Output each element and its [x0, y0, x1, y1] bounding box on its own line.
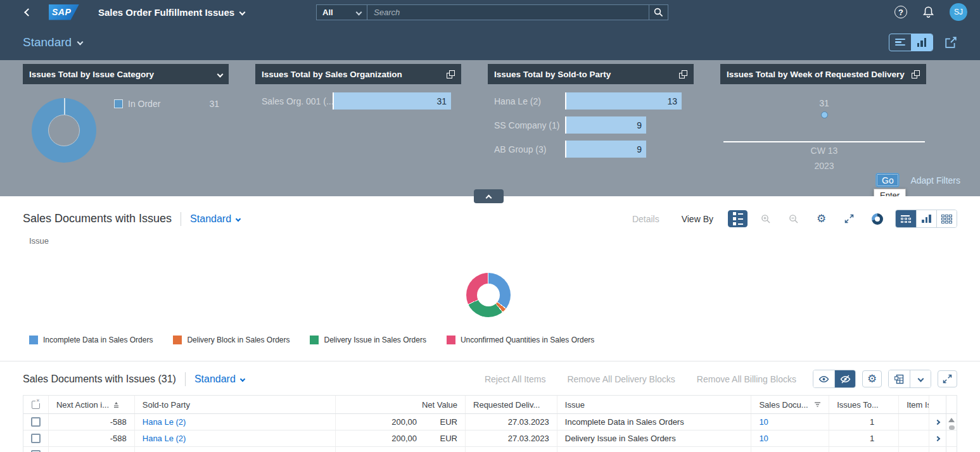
- table-variant-selector[interactable]: Standard: [194, 374, 245, 385]
- help-icon[interactable]: ?: [894, 6, 907, 18]
- show-details-button[interactable]: [813, 370, 834, 387]
- bar[interactable]: 9: [566, 116, 646, 134]
- chart-only-view-button[interactable]: [916, 210, 936, 227]
- sold-to-party-link[interactable]: Hana Le (2): [143, 434, 186, 443]
- filter-card-week-of-requested-delivery: Issues Total by Week of Requested Delive…: [720, 64, 926, 191]
- search-button[interactable]: [649, 5, 668, 20]
- zoom-in-button: [756, 210, 775, 227]
- search-input[interactable]: [367, 5, 649, 20]
- table-scrollbar[interactable]: [946, 430, 957, 446]
- header-cell-next-action[interactable]: Next Action i...: [49, 396, 135, 413]
- zoom-in-icon: [761, 214, 771, 224]
- header-cell-requested-delivery[interactable]: Requested Deliv...: [466, 396, 557, 413]
- legend-label: Delivery Block in Sales Orders: [187, 336, 290, 344]
- header-cell-item-issues[interactable]: Item Is: [899, 396, 929, 413]
- legend-label: Delivery Issue in Sales Orders: [324, 336, 426, 344]
- header-cell-selection: [23, 396, 49, 413]
- cell-next-action: -588: [49, 447, 135, 452]
- go-button[interactable]: Go: [875, 173, 900, 187]
- header-cell-sold-to-party[interactable]: Sold-to Party: [135, 396, 336, 413]
- chevron-down-icon: [356, 9, 362, 16]
- donut-chart[interactable]: [32, 98, 96, 163]
- share-icon[interactable]: [945, 36, 957, 49]
- chart-variant-selector[interactable]: Standard: [190, 213, 240, 225]
- filter-card-header[interactable]: Issues Total by Issue Category: [23, 64, 229, 84]
- view-by-button[interactable]: View By: [682, 214, 713, 224]
- search-scope-select[interactable]: All: [317, 5, 367, 20]
- chart-and-table-view-button[interactable]: [896, 210, 916, 227]
- table-section: Sales Documents with Issues (31) Standar…: [0, 361, 980, 452]
- header-cell-issue[interactable]: Issue: [557, 396, 752, 413]
- bar[interactable]: 9: [566, 141, 646, 158]
- toggle-legend-button[interactable]: [728, 210, 748, 227]
- header-cell-issues-total[interactable]: Issues To...: [829, 396, 899, 413]
- export-menu-button[interactable]: [910, 370, 931, 387]
- table-row[interactable]: -588 Hana Le (2) 200,00EUR 27.03.2023 De…: [23, 430, 957, 447]
- filter-card-title: Issues Total by Issue Category: [29, 70, 154, 79]
- column-label: Issue: [565, 400, 585, 410]
- chart-table-icon: [901, 215, 911, 223]
- table-row[interactable]: -588 Hana Le (2) 200,00EUR 27.03.2023 In…: [23, 414, 957, 430]
- expand-icon: [943, 374, 952, 384]
- table-settings-button[interactable]: ⚙: [862, 370, 882, 387]
- table-row[interactable]: -588 Hana Le (2) 200,00EUR 27.03.2023 Un…: [23, 447, 957, 452]
- sales-document-link[interactable]: 10: [759, 434, 768, 443]
- export-segmented: [888, 370, 931, 388]
- cell-net-value: 200,00EUR: [336, 447, 466, 452]
- row-select-cell: [23, 447, 49, 452]
- bar[interactable]: 31: [334, 92, 451, 110]
- adapt-filters-link[interactable]: Adapt Filters: [910, 175, 960, 185]
- collapse-header-button[interactable]: [474, 189, 504, 203]
- gear-icon: ⚙: [817, 213, 826, 224]
- filter-fields-view-button[interactable]: [889, 34, 911, 51]
- sales-document-link[interactable]: 10: [759, 417, 768, 427]
- page-variant-selector[interactable]: Standard: [23, 35, 82, 49]
- data-point[interactable]: [821, 111, 828, 118]
- open-in-dialog-icon[interactable]: [679, 70, 687, 78]
- row-checkbox[interactable]: [31, 434, 41, 443]
- clear-selection-icon[interactable]: [32, 401, 40, 409]
- open-in-dialog-icon[interactable]: [912, 70, 920, 78]
- chart-view-button[interactable]: [911, 34, 932, 51]
- chevron-right-icon: [935, 436, 940, 441]
- legend-value: 31: [209, 99, 219, 109]
- chart-variant-label: Standard: [190, 213, 231, 225]
- scrollbar-thumb[interactable]: [949, 425, 955, 430]
- bar-track: 9: [565, 116, 694, 134]
- app-title-menu[interactable]: Sales Order Fulfillment Issues: [98, 7, 245, 18]
- row-navigation-cell[interactable]: [929, 414, 946, 430]
- bar-value: 13: [667, 96, 677, 106]
- show-hide-details-segmented: [813, 370, 856, 388]
- user-avatar[interactable]: SJ: [950, 3, 967, 21]
- header-cell-sales-document[interactable]: Sales Docu...: [751, 396, 829, 413]
- table-variant-label: Standard: [194, 374, 236, 385]
- scroll-up-arrow-icon[interactable]: [948, 418, 955, 422]
- cell-sales-document: 10: [751, 447, 829, 452]
- issues-donut-chart[interactable]: [466, 273, 511, 317]
- chart-settings-button[interactable]: ⚙: [811, 210, 831, 227]
- chevron-down-icon: [239, 9, 246, 15]
- chart-fullscreen-button[interactable]: [839, 210, 859, 227]
- row-select-cell: [23, 430, 49, 446]
- row-navigation-cell[interactable]: [929, 430, 946, 446]
- sales-documents-table: Next Action i... Sold-to Party Net Value…: [23, 395, 957, 452]
- table-scrollbar[interactable]: [946, 414, 957, 430]
- table-only-view-button[interactable]: [936, 210, 957, 227]
- cell-requested-delivery: 27.03.2023: [466, 414, 557, 430]
- cell-sales-document: 10: [751, 414, 829, 430]
- row-navigation-cell[interactable]: [929, 447, 946, 452]
- table-scrollbar[interactable]: [946, 447, 957, 452]
- filter-card-sold-to-party: Issues Total by Sold-to Party Hana Le (2…: [488, 64, 694, 191]
- export-button[interactable]: [889, 370, 910, 387]
- row-checkbox[interactable]: [31, 417, 41, 427]
- bar[interactable]: 13: [566, 92, 682, 110]
- filter-bar-charts: Issues Total by Issue Category In Order …: [0, 60, 980, 196]
- table-fullscreen-button[interactable]: [938, 370, 957, 387]
- notifications-bell-icon[interactable]: [922, 6, 934, 18]
- back-icon[interactable]: [25, 6, 31, 18]
- open-in-dialog-icon[interactable]: [447, 70, 455, 78]
- hide-details-button[interactable]: [834, 370, 855, 387]
- chart-type-button[interactable]: [867, 210, 887, 227]
- header-cell-net-value[interactable]: Net Value: [336, 396, 466, 413]
- sold-to-party-link[interactable]: Hana Le (2): [143, 417, 186, 427]
